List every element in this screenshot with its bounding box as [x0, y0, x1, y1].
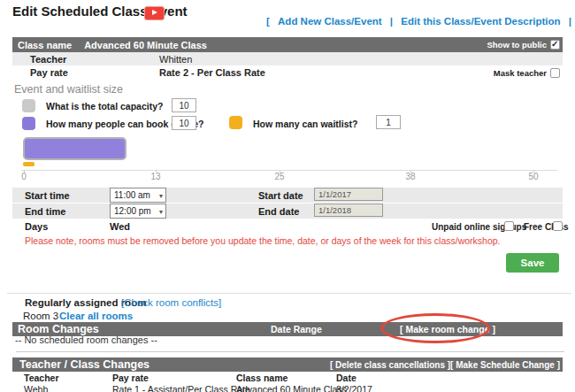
unpaid-online-signups-checkbox[interactable]: [504, 221, 514, 231]
section-divider: [7, 293, 571, 294]
capacity-input[interactable]: [172, 98, 196, 112]
make-schedule-change-link[interactable]: [ Make Schedule Change ]: [450, 360, 560, 370]
online-capacity-bar: [23, 137, 126, 160]
column-header-date: Date: [336, 373, 356, 383]
date-range-column-header: Date Range: [271, 324, 322, 334]
free-class-checkbox[interactable]: [553, 221, 563, 231]
class-name-value: Advanced 60 Minute Class: [84, 40, 207, 50]
start-date-label: Start date: [258, 190, 303, 201]
end-time-select[interactable]: 12:00 pm: [110, 204, 166, 219]
teacher-class-changes-header-bar: Teacher / Class Changes [ Delete class c…: [12, 357, 563, 372]
teacher-value: Whitten: [159, 54, 192, 65]
waitlist-color-swatch: [229, 116, 242, 129]
days-value: Wed: [110, 221, 130, 232]
start-date-input[interactable]: 1/1/2017: [314, 188, 383, 201]
waitlist-input[interactable]: [376, 115, 401, 129]
show-to-public-checkbox[interactable]: [550, 40, 560, 50]
start-time-select[interactable]: 11:00 am: [110, 188, 166, 203]
waitlist-question-label: How many can waitlist?: [253, 119, 357, 129]
edit-description-link[interactable]: Edit this Class/Event Description: [401, 16, 560, 27]
check-room-conflicts-link[interactable]: [Check room conflicts]: [121, 297, 221, 308]
axis-tick-label: 13: [150, 172, 160, 181]
show-to-public-label: Show to public: [487, 40, 547, 50]
no-room-changes-message: -- No scheduled room changes --: [15, 334, 157, 345]
teacher-class-changes-title: Teacher / Class Changes: [19, 358, 150, 371]
pay-rate-label: Pay rate: [30, 67, 159, 78]
end-date-label: End date: [258, 206, 299, 217]
add-new-class-link[interactable]: Add New Class/Event: [278, 16, 382, 27]
table-cell-pay-rate: Rate 1 - Assistant/Per Class Rate: [112, 384, 250, 392]
save-button[interactable]: Save: [506, 253, 559, 273]
assigned-room-value: Room 3: [23, 311, 58, 321]
clear-all-rooms-link[interactable]: Clear all rooms: [59, 311, 133, 321]
room-changes-title: Room Changes: [18, 323, 99, 335]
waitlist-section-title: Event and waitlist size: [14, 83, 123, 96]
pay-rate-row: Pay rate Rate 2 - Per Class Rate Mask te…: [12, 65, 563, 80]
table-cell-date: 8/2/2017: [336, 384, 372, 392]
mask-teacher-checkbox[interactable]: [550, 68, 560, 78]
mask-teacher-label: Mask teacher: [494, 68, 547, 78]
end-date-input[interactable]: 1/1/2018: [314, 204, 383, 217]
capacity-question-label: What is the total capacity?: [46, 101, 163, 111]
end-time-label: End time: [25, 206, 65, 217]
axis-tick-label: 50: [528, 172, 538, 181]
column-header-class-name: Class name: [236, 373, 288, 383]
book-online-input[interactable]: [172, 116, 196, 130]
table-cell-class-name: Advanced 60 Minute Class: [236, 384, 347, 392]
teacher-row: Teacher Whitten: [12, 52, 563, 65]
book-online-color-swatch: [22, 117, 35, 130]
youtube-video-icon[interactable]: [144, 6, 165, 20]
axis-tick-label: 38: [405, 172, 415, 181]
start-time-label: Start time: [25, 190, 70, 201]
days-label: Days: [25, 221, 48, 232]
class-name-label: Class name: [18, 40, 72, 50]
header-action-links: [ Add New Class/Event | Edit this Class/…: [261, 16, 571, 27]
column-header-teacher: Teacher: [24, 373, 59, 383]
rooms-warning-note: Please note, rooms must be removed befor…: [25, 235, 501, 246]
pay-rate-value: Rate 2 - Per Class Rate: [159, 67, 265, 78]
delete-class-cancellations-link[interactable]: [ Delete class cancellations ]: [330, 360, 450, 370]
make-room-change-link[interactable]: [ Make room change ]: [400, 324, 495, 334]
teacher-label: Teacher: [30, 54, 159, 65]
separator: |: [569, 16, 571, 27]
capacity-color-swatch: [22, 99, 35, 112]
waitlist-capacity-bar: [23, 162, 34, 166]
class-name-header-bar: Class name Advanced 60 Minute Class Show…: [12, 37, 563, 52]
axis-tick-label: 25: [274, 172, 284, 181]
section-divider: [16, 351, 564, 352]
capacity-scale-axis: [21, 170, 557, 171]
axis-tick-label: 0: [21, 172, 27, 181]
separator: |: [390, 16, 393, 27]
table-cell-teacher: Webb: [24, 384, 48, 392]
column-header-pay-rate: Pay rate: [112, 373, 149, 383]
bracket-open: [: [266, 16, 270, 27]
